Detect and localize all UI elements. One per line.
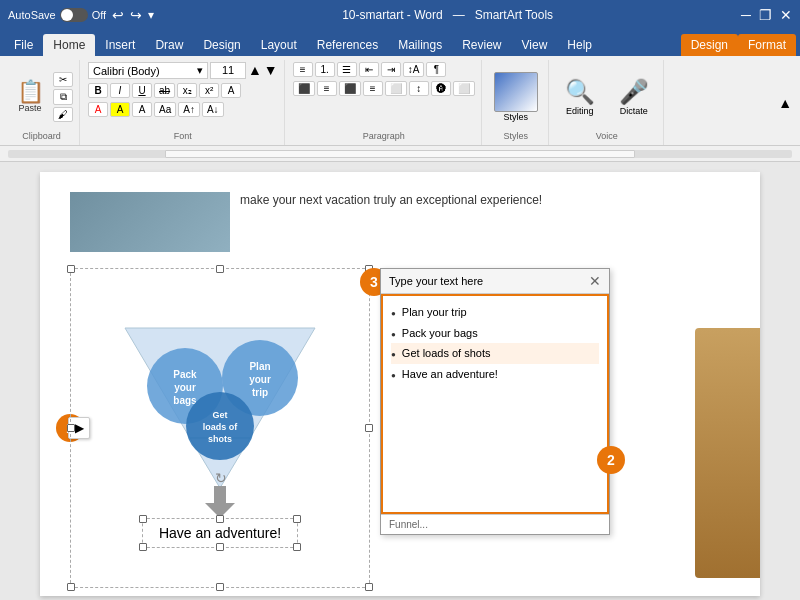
columns-button[interactable]: ⬜ bbox=[385, 81, 407, 96]
text-panel-body[interactable]: ● Plan your trip ● Pack your bags ● Get … bbox=[381, 294, 609, 514]
subscript-button[interactable]: x₂ bbox=[177, 83, 197, 98]
borders-button[interactable]: ⬜ bbox=[453, 81, 475, 96]
ribbon: 📋 Paste ✂ ⧉ 🖌 Clipboard Calibri (Body) ▾… bbox=[0, 56, 800, 146]
justify-button[interactable]: ≡ bbox=[363, 81, 383, 96]
adventure-handle-tl bbox=[139, 515, 147, 523]
smartart-container: 1 ▶ bbox=[70, 268, 730, 588]
italic-button[interactable]: I bbox=[110, 83, 130, 98]
adventure-box: Have an adventure! bbox=[142, 518, 298, 548]
font-size-increase-button[interactable]: A↑ bbox=[178, 102, 200, 117]
minimize-icon[interactable]: ─ bbox=[741, 7, 751, 23]
clipboard-label: Clipboard bbox=[22, 131, 61, 143]
format-painter-button[interactable]: 🖌 bbox=[53, 107, 73, 122]
content-area: make your next vacation truly an excepti… bbox=[0, 162, 800, 600]
item-text-2: Pack your bags bbox=[402, 325, 478, 342]
funnel-diagram[interactable]: Pack your bags Plan your trip Get loads … bbox=[70, 268, 370, 588]
tab-review[interactable]: Review bbox=[452, 34, 511, 56]
tab-context-design[interactable]: Design bbox=[681, 34, 738, 56]
text-panel-close-button[interactable]: ✕ bbox=[589, 273, 601, 289]
tab-help[interactable]: Help bbox=[557, 34, 602, 56]
undo-icon[interactable]: ↩ bbox=[112, 7, 124, 23]
smartart-type: Funnel... bbox=[389, 519, 428, 530]
dog-image bbox=[695, 328, 760, 578]
tab-references[interactable]: References bbox=[307, 34, 388, 56]
close-icon[interactable]: ✕ bbox=[780, 7, 792, 23]
bullets-button[interactable]: ≡ bbox=[293, 62, 313, 77]
document[interactable]: make your next vacation truly an excepti… bbox=[40, 172, 760, 596]
font-group: Calibri (Body) ▾ 11 ▲ ▼ B I U ab x₂ x² A… bbox=[82, 60, 285, 145]
increase-indent-button[interactable]: ⇥ bbox=[381, 62, 401, 77]
strikethrough-button[interactable]: ab bbox=[154, 83, 175, 98]
tab-insert[interactable]: Insert bbox=[95, 34, 145, 56]
font-color-button[interactable]: A bbox=[88, 102, 108, 117]
tab-layout[interactable]: Layout bbox=[251, 34, 307, 56]
handle-tm bbox=[216, 265, 224, 273]
font-name-dropdown[interactable]: Calibri (Body) ▾ bbox=[88, 62, 208, 79]
align-right-button[interactable]: ⬛ bbox=[339, 81, 361, 96]
tab-mailings[interactable]: Mailings bbox=[388, 34, 452, 56]
show-marks-button[interactable]: ¶ bbox=[426, 62, 446, 77]
paragraph-group: ≡ 1. ☰ ⇤ ⇥ ↕A ¶ ⬛ ≡ ⬛ ≡ ⬜ ↕ 🅐 ⬜ Paragrap… bbox=[287, 60, 482, 145]
text-panel-item-3[interactable]: ● Get loads of shots bbox=[391, 343, 599, 364]
editing-button[interactable]: 🔍 Editing bbox=[557, 74, 603, 120]
font-size-decrease-button[interactable]: A↓ bbox=[202, 102, 224, 117]
handle-bm bbox=[216, 583, 224, 591]
title-bar: AutoSave Off ↩ ↪ ▾ 10-smartart - Word — … bbox=[0, 0, 800, 30]
redo-icon[interactable]: ↪ bbox=[130, 7, 142, 23]
align-center-button[interactable]: ≡ bbox=[317, 81, 337, 96]
paste-button[interactable]: 📋 Paste bbox=[10, 78, 50, 116]
title-bar-left: AutoSave Off ↩ ↪ ▾ bbox=[8, 7, 154, 23]
restore-icon[interactable]: ❐ bbox=[759, 7, 772, 23]
svg-text:shots: shots bbox=[208, 434, 232, 444]
styles-label-bottom: Styles bbox=[503, 131, 528, 143]
underline-button[interactable]: U bbox=[132, 83, 152, 98]
adventure-handle-br bbox=[293, 543, 301, 551]
handle-mr bbox=[365, 424, 373, 432]
dictate-button[interactable]: 🎤 Dictate bbox=[611, 74, 657, 120]
multilevel-list-button[interactable]: ☰ bbox=[337, 62, 357, 77]
tab-context-format[interactable]: Format bbox=[738, 34, 796, 56]
handle-tl bbox=[67, 265, 75, 273]
editing-group: 🔍 Editing 🎤 Dictate Voice bbox=[551, 60, 664, 145]
clear-format-button[interactable]: A bbox=[132, 102, 152, 117]
svg-text:↻: ↻ bbox=[215, 470, 227, 486]
title-text: 10-smartart - Word bbox=[342, 8, 442, 22]
align-left-button[interactable]: ⬛ bbox=[293, 81, 315, 96]
highlight-button[interactable]: A bbox=[110, 102, 130, 117]
cut-button[interactable]: ✂ bbox=[53, 72, 73, 87]
bullet-2: ● bbox=[391, 329, 396, 341]
dictate-icon: 🎤 bbox=[619, 78, 649, 106]
bullet-3: ● bbox=[391, 349, 396, 361]
text-effects-button[interactable]: A bbox=[221, 83, 241, 98]
tab-design[interactable]: Design bbox=[193, 34, 250, 56]
collapse-ribbon-icon[interactable]: ▲ bbox=[778, 95, 792, 111]
tab-file[interactable]: File bbox=[4, 34, 43, 56]
item-text-3: Get loads of shots bbox=[402, 345, 491, 362]
decrease-indent-button[interactable]: ⇤ bbox=[359, 62, 379, 77]
change-case-button[interactable]: Aa bbox=[154, 102, 176, 117]
numbering-button[interactable]: 1. bbox=[315, 62, 335, 77]
superscript-button[interactable]: x² bbox=[199, 83, 219, 98]
line-spacing-button[interactable]: ↕ bbox=[409, 81, 429, 96]
handle-br bbox=[365, 583, 373, 591]
copy-button[interactable]: ⧉ bbox=[53, 89, 73, 105]
paragraph-label: Paragraph bbox=[363, 131, 405, 143]
svg-text:your: your bbox=[174, 382, 196, 393]
text-panel-item-2: ● Pack your bags bbox=[391, 323, 599, 344]
sort-button[interactable]: ↕A bbox=[403, 62, 425, 77]
tab-draw[interactable]: Draw bbox=[145, 34, 193, 56]
font-size-input[interactable]: 11 bbox=[210, 62, 246, 79]
text-panel-footer: Funnel... bbox=[381, 514, 609, 534]
svg-text:your: your bbox=[249, 374, 271, 385]
font-size-up-icon[interactable]: ▲ bbox=[248, 62, 262, 79]
tab-view[interactable]: View bbox=[512, 34, 558, 56]
text-panel-item-1: ● Plan your trip bbox=[391, 302, 599, 323]
autosave-toggle[interactable] bbox=[60, 8, 88, 22]
font-size-down-icon[interactable]: ▼ bbox=[264, 62, 278, 79]
styles-label: Styles bbox=[503, 112, 528, 122]
shading-button[interactable]: 🅐 bbox=[431, 81, 451, 96]
tab-home[interactable]: Home bbox=[43, 34, 95, 56]
text-panel-title: Type your text here bbox=[389, 275, 483, 287]
bold-button[interactable]: B bbox=[88, 83, 108, 98]
styles-button[interactable]: Styles bbox=[490, 68, 542, 126]
